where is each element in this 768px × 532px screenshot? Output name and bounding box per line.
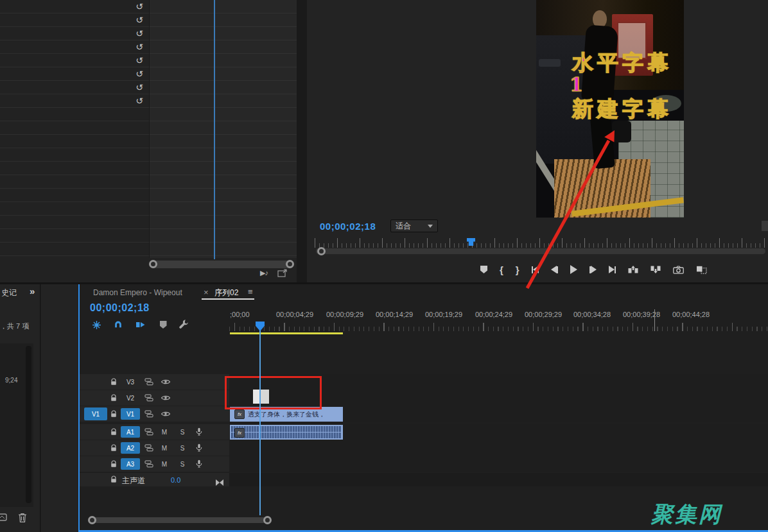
panel-overflow-chevron[interactable]: » — [30, 286, 35, 296]
eye-icon[interactable] — [161, 395, 171, 401]
effect-playhead-line[interactable] — [214, 0, 215, 259]
track-content-master[interactable] — [229, 473, 768, 486]
solo-button[interactable]: S — [177, 443, 188, 453]
reset-parameter-icon[interactable]: ↺ — [134, 95, 145, 107]
scroll-handle[interactable] — [263, 516, 272, 524]
add-marker-icon[interactable] — [157, 319, 169, 330]
ruler-label: 00;00;44;28 — [672, 311, 710, 318]
solo-button[interactable]: S — [177, 427, 188, 437]
go-to-in-button[interactable] — [532, 263, 539, 276]
scroll-handle[interactable] — [317, 247, 326, 255]
zoom-level-value: 适合 — [396, 221, 411, 232]
export-frame-button[interactable] — [673, 263, 684, 276]
track-sync-icon[interactable] — [144, 444, 153, 452]
new-item-icon[interactable] — [0, 513, 7, 521]
mic-icon[interactable] — [196, 459, 202, 468]
mic-icon[interactable] — [196, 443, 202, 452]
eye-icon[interactable] — [161, 379, 171, 385]
mark-in-button[interactable]: { — [500, 263, 503, 276]
extract-button[interactable] — [650, 263, 661, 276]
reset-parameter-icon[interactable]: ↺ — [134, 1, 145, 12]
audio-clip-a1[interactable]: fx — [230, 425, 343, 440]
scroll-handle[interactable] — [286, 260, 294, 268]
track-content-a2[interactable] — [229, 440, 768, 456]
reset-parameter-icon[interactable]: ↺ — [134, 41, 145, 53]
mic-icon[interactable] — [196, 427, 202, 436]
reset-parameter-icon[interactable]: ↺ — [134, 55, 145, 66]
scroll-handle[interactable] — [88, 516, 96, 524]
track-label-v2[interactable]: V2 — [121, 392, 140, 404]
snap-magnet-icon[interactable] — [112, 319, 124, 330]
panel-menu-icon[interactable]: ≡ — [248, 287, 253, 296]
lock-icon[interactable] — [110, 460, 117, 468]
trash-icon[interactable] — [18, 513, 27, 523]
lock-icon[interactable] — [110, 444, 117, 452]
track-label-a1[interactable]: A1 — [121, 426, 140, 438]
solo-button[interactable]: S — [177, 459, 188, 469]
track-sync-icon[interactable] — [144, 394, 153, 402]
track-sync-icon[interactable] — [144, 378, 153, 386]
track-label-a2[interactable]: A2 — [121, 442, 140, 454]
timeline-playhead-line — [259, 330, 261, 515]
lift-button[interactable] — [628, 263, 638, 276]
track-content-a3[interactable] — [229, 456, 768, 472]
master-keyframe-icon[interactable] — [216, 477, 223, 488]
reset-parameter-icon[interactable]: ↺ — [134, 82, 145, 93]
ruler-label: ;00;00 — [230, 311, 250, 318]
program-video-frame: 水平字幕 1 新建字幕 — [536, 0, 684, 218]
timeline-timecode[interactable]: 00;00;02;18 — [90, 302, 150, 314]
lock-icon[interactable] — [110, 428, 117, 436]
track-sync-icon[interactable] — [144, 428, 153, 436]
zoom-level-dropdown[interactable]: 适合 — [390, 219, 438, 232]
track-label-a3[interactable]: A3 — [121, 458, 140, 470]
timeline-settings-wrench-icon[interactable] — [178, 318, 189, 330]
timeline-ruler[interactable] — [229, 323, 768, 331]
mute-button[interactable]: M — [159, 443, 170, 453]
go-to-out-button[interactable] — [609, 263, 616, 276]
master-level-value[interactable]: 0.0 — [171, 476, 180, 484]
watermark-text: 聚集网 — [651, 500, 722, 529]
panel-corner-widget — [762, 221, 768, 231]
timeline-horizontal-scrollbar[interactable] — [91, 517, 269, 523]
track-sync-icon[interactable] — [144, 410, 153, 418]
track-header-v2: V2 — [80, 390, 229, 406]
nest-insert-icon[interactable] — [91, 319, 102, 330]
linked-selection-icon[interactable] — [134, 319, 146, 330]
track-sync-icon[interactable] — [144, 460, 153, 468]
program-monitor-panel: 水平字幕 1 新建字幕 00;00;02;18 适合 { } — [307, 0, 768, 282]
play-button[interactable] — [570, 263, 577, 276]
track-header-master: 主声道 0.0 — [80, 473, 229, 486]
comparison-view-button[interactable] — [696, 263, 707, 276]
step-forward-button[interactable] — [589, 263, 597, 276]
mute-button[interactable]: M — [159, 459, 170, 469]
add-marker-button[interactable] — [480, 263, 487, 276]
mark-out-button[interactable]: } — [516, 263, 519, 276]
effect-zoom-scrollbar[interactable] — [150, 261, 293, 268]
step-back-button[interactable] — [551, 263, 558, 276]
eye-icon[interactable] — [161, 411, 171, 417]
mute-button[interactable]: M — [159, 427, 170, 437]
program-scrub-ruler[interactable] — [315, 238, 765, 248]
track-label-v3[interactable]: V3 — [121, 376, 140, 388]
scroll-handle[interactable] — [149, 260, 157, 268]
timeline-focus-border-left — [78, 284, 80, 532]
ruler-label: 00;00;34;28 — [573, 311, 611, 318]
tab-sequence-02[interactable]: 序列02 — [214, 287, 238, 298]
lock-icon[interactable] — [110, 394, 117, 402]
track-label-v1[interactable]: V1 — [121, 408, 140, 420]
tab-damon-empero[interactable]: Damon Empero - Wipeout — [93, 288, 182, 297]
lock-icon[interactable] — [110, 476, 117, 483]
toggle-effects-icon[interactable] — [277, 269, 288, 277]
reset-parameter-icon[interactable]: ↺ — [134, 28, 145, 39]
source-patch-v1[interactable]: V1 — [84, 408, 107, 420]
vertical-scrollbar[interactable] — [26, 346, 31, 503]
reset-parameter-icon[interactable]: ↺ — [134, 68, 145, 80]
tools-panel: |↔| T — [41, 284, 78, 532]
reset-parameter-icon[interactable]: ↺ — [134, 14, 145, 26]
lock-icon[interactable] — [110, 378, 117, 386]
tab-close-icon[interactable]: × — [204, 287, 209, 297]
program-timecode[interactable]: 00;00;02;18 — [320, 221, 376, 232]
program-zoom-scrollbar[interactable] — [316, 248, 765, 254]
play-audio-icon[interactable]: ▶♪ — [260, 269, 268, 277]
lock-icon[interactable] — [110, 410, 117, 418]
